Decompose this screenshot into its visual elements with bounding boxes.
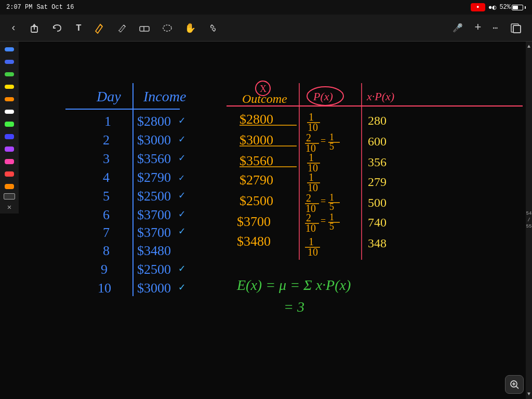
svg-text:✓: ✓: [179, 190, 185, 202]
svg-text:10: 10: [308, 122, 318, 133]
svg-text:4: 4: [103, 170, 110, 185]
svg-text:$2500: $2500: [137, 189, 171, 204]
svg-text:$2790: $2790: [240, 172, 273, 188]
svg-text:10: 10: [308, 246, 318, 258]
svg-text:1: 1: [329, 192, 334, 203]
svg-text:$3000: $3000: [137, 132, 171, 148]
palette-color-red[interactable]: [2, 168, 17, 180]
svg-text:✓: ✓: [179, 225, 185, 237]
svg-text:1: 1: [309, 236, 314, 247]
svg-text:$2800: $2800: [137, 114, 171, 129]
svg-text:=: =: [321, 216, 326, 226]
palette-color-blue1[interactable]: [2, 44, 17, 55]
palette-color-orange[interactable]: [2, 94, 17, 105]
page-info: 54 / 55: [526, 210, 532, 230]
scroll-up-arrow[interactable]: ▲: [527, 44, 530, 49]
palette-color-orange2[interactable]: [2, 181, 17, 192]
share-button[interactable]: [27, 21, 42, 35]
add-button[interactable]: +: [472, 19, 483, 36]
palette-color-yellow[interactable]: [2, 81, 17, 92]
more-button[interactable]: ⋯: [490, 21, 501, 35]
svg-text:348: 348: [368, 236, 387, 250]
svg-text:✓: ✓: [179, 263, 185, 275]
back-button[interactable]: ‹: [8, 20, 19, 36]
svg-text:10: 10: [98, 281, 111, 296]
svg-point-6: [163, 25, 171, 31]
pencil-tool-button[interactable]: [114, 20, 129, 36]
svg-text:2: 2: [103, 132, 110, 148]
svg-text:2: 2: [306, 132, 311, 143]
svg-text:Income: Income: [143, 88, 186, 104]
svg-text:$2500: $2500: [240, 193, 273, 208]
svg-text:$3700: $3700: [137, 207, 171, 222]
svg-text:2: 2: [306, 212, 311, 223]
zoom-button[interactable]: [505, 375, 524, 394]
time-display: 2:07 PM: [6, 4, 32, 11]
svg-text:1: 1: [104, 114, 111, 129]
svg-text:280: 280: [368, 114, 387, 127]
pen-tool-button[interactable]: [91, 20, 107, 36]
svg-text:2: 2: [306, 192, 311, 204]
palette-color-green[interactable]: [2, 69, 17, 80]
link-tool-button[interactable]: [205, 21, 221, 35]
svg-text:✓: ✓: [179, 208, 185, 220]
eraser-tool-button[interactable]: [137, 21, 152, 35]
hand-tool-button[interactable]: ✋: [182, 20, 198, 36]
toolbar: ‹ T: [0, 15, 532, 42]
undo-button[interactable]: [50, 21, 65, 35]
right-scrollbar: ▲ 54 / 55 ▼: [526, 42, 532, 399]
svg-text:✓: ✓: [179, 152, 185, 164]
svg-text:$3000: $3000: [137, 281, 171, 296]
svg-text:$3700: $3700: [137, 225, 171, 240]
svg-text:$2500: $2500: [137, 262, 171, 277]
palette-color-purple[interactable]: [2, 143, 17, 155]
svg-text:x·P(x): x·P(x): [366, 90, 394, 103]
mic-button[interactable]: 🎤: [450, 21, 465, 35]
svg-text:5: 5: [103, 189, 110, 204]
svg-text:✓: ✓: [179, 115, 185, 127]
svg-text:3: 3: [103, 151, 110, 166]
svg-line-106: [516, 387, 519, 389]
palette-close-button[interactable]: ✕: [7, 203, 11, 211]
svg-text:500: 500: [368, 196, 387, 209]
svg-text:8: 8: [103, 243, 110, 258]
recording-indicator: ●: [471, 3, 485, 11]
svg-text:✓: ✓: [179, 134, 185, 145]
text-tool-button[interactable]: T: [74, 21, 84, 35]
svg-text:7: 7: [103, 225, 110, 240]
svg-text:$3480: $3480: [137, 243, 171, 258]
canvas-area: Day Income 1 $2800 ✓ 2 $3000 ✓ 3 $3560 ✓…: [19, 42, 526, 399]
svg-text:=: =: [321, 136, 326, 146]
scroll-down-arrow[interactable]: ▼: [527, 391, 530, 397]
svg-text:1: 1: [309, 111, 314, 123]
palette-color-pink[interactable]: [2, 156, 17, 167]
svg-text:5: 5: [329, 141, 334, 152]
svg-text:279: 279: [368, 175, 387, 189]
status-bar: 2:07 PM Sat Oct 16 ● ●◐ 52%: [0, 0, 532, 15]
svg-text:$2800: $2800: [240, 112, 273, 127]
svg-text:✓: ✓: [179, 282, 185, 294]
svg-rect-9: [513, 25, 521, 33]
svg-text:5: 5: [329, 221, 334, 232]
svg-text:P(x): P(x): [313, 90, 333, 103]
pages-button[interactable]: [508, 21, 524, 35]
svg-text:E(x) = μ = Σ x·P(x): E(x) = μ = Σ x·P(x): [236, 277, 351, 293]
drawing-tools: T ✋: [74, 20, 221, 36]
svg-text:$3000: $3000: [240, 132, 273, 148]
svg-text:1: 1: [329, 132, 334, 142]
svg-rect-4: [140, 26, 149, 31]
svg-text:= 3: = 3: [284, 299, 304, 315]
svg-text:Outcome: Outcome: [242, 92, 287, 105]
svg-text:=: =: [321, 196, 326, 206]
svg-text:9: 9: [101, 262, 108, 277]
lasso-tool-button[interactable]: [159, 21, 175, 35]
palette-color-blue3[interactable]: [2, 131, 17, 142]
color-palette: ✕: [0, 42, 19, 214]
svg-text:10: 10: [305, 222, 316, 234]
palette-eraser[interactable]: [4, 193, 15, 200]
palette-color-blue2[interactable]: [2, 56, 17, 68]
svg-text:$3700: $3700: [237, 214, 271, 229]
palette-color-green2[interactable]: [2, 118, 17, 130]
svg-line-3: [124, 25, 125, 26]
palette-color-white[interactable]: [2, 106, 17, 117]
